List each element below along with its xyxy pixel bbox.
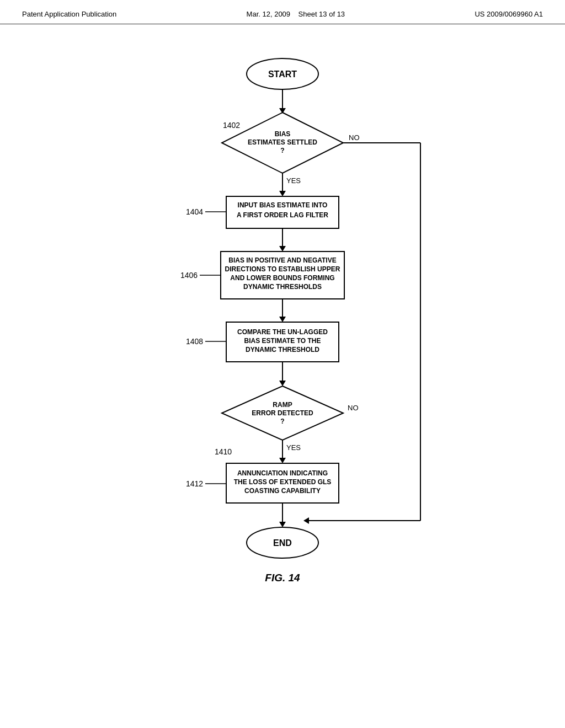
svg-text:YES: YES <box>286 176 301 185</box>
svg-marker-40 <box>279 381 286 386</box>
svg-text:INPUT BIAS ESTIMATE INTO: INPUT BIAS ESTIMATE INTO <box>238 201 328 209</box>
svg-marker-57 <box>279 522 286 527</box>
svg-text:DYNAMIC THRESHOLDS: DYNAMIC THRESHOLDS <box>243 283 322 291</box>
svg-text:BIAS: BIAS <box>275 130 291 138</box>
svg-text:AND LOWER BOUNDS FORMING: AND LOWER BOUNDS FORMING <box>230 274 334 282</box>
svg-text:START: START <box>268 69 297 79</box>
svg-text:DYNAMIC THRESHOLD: DYNAMIC THRESHOLD <box>246 346 319 354</box>
svg-text:?: ? <box>280 417 284 425</box>
svg-marker-11 <box>279 191 286 196</box>
svg-marker-49 <box>279 458 286 463</box>
svg-text:1406: 1406 <box>180 271 198 280</box>
svg-text:ERROR DETECTED: ERROR DETECTED <box>252 409 313 417</box>
page-header: Patent Application Publication Mar. 12, … <box>0 0 565 24</box>
flowchart-svg: START 1402 BIAS ESTIMATES SETTLED ? YES … <box>89 46 476 681</box>
svg-text:END: END <box>273 538 292 548</box>
svg-text:RAMP: RAMP <box>273 401 292 409</box>
svg-text:1404: 1404 <box>186 207 203 216</box>
header-right: US 2009/0069960 A1 <box>475 10 543 18</box>
svg-text:COASTING CAPABILITY: COASTING CAPABILITY <box>244 487 321 495</box>
svg-text:1408: 1408 <box>186 337 203 346</box>
svg-text:1412: 1412 <box>186 479 203 488</box>
svg-marker-16 <box>303 517 309 524</box>
header-sheet: Sheet 13 of 13 <box>299 10 345 18</box>
svg-text:BIAS IN POSITIVE AND NEGATIVE: BIAS IN POSITIVE AND NEGATIVE <box>228 256 336 264</box>
svg-text:COMPARE THE UN-LAGGED: COMPARE THE UN-LAGGED <box>237 328 328 336</box>
svg-text:FIG. 14: FIG. 14 <box>265 572 300 584</box>
svg-text:BIAS ESTIMATE TO THE: BIAS ESTIMATE TO THE <box>244 337 321 345</box>
header-date: Mar. 12, 2009 <box>247 10 291 18</box>
svg-text:NO: NO <box>349 133 360 142</box>
svg-text:?: ? <box>280 147 284 154</box>
svg-text:ANNUNCIATION INDICATING: ANNUNCIATION INDICATING <box>237 469 328 477</box>
svg-text:YES: YES <box>286 443 301 452</box>
svg-text:1410: 1410 <box>215 447 232 456</box>
svg-text:NO: NO <box>348 404 359 412</box>
header-center: Mar. 12, 2009 Sheet 13 of 13 <box>247 10 345 18</box>
svg-text:ESTIMATES SETTLED: ESTIMATES SETTLED <box>248 138 317 146</box>
svg-marker-23 <box>279 246 286 251</box>
svg-text:A FIRST ORDER LAG FILTER: A FIRST ORDER LAG FILTER <box>237 211 328 219</box>
svg-text:THE LOSS OF EXTENDED GLS: THE LOSS OF EXTENDED GLS <box>234 478 332 486</box>
svg-text:DIRECTIONS TO ESTABLISH UPPER: DIRECTIONS TO ESTABLISH UPPER <box>225 265 340 273</box>
header-left: Patent Application Publication <box>22 10 116 18</box>
diagram-container: START 1402 BIAS ESTIMATES SETTLED ? YES … <box>0 24 565 681</box>
svg-marker-32 <box>279 317 286 322</box>
svg-text:1402: 1402 <box>223 121 240 130</box>
